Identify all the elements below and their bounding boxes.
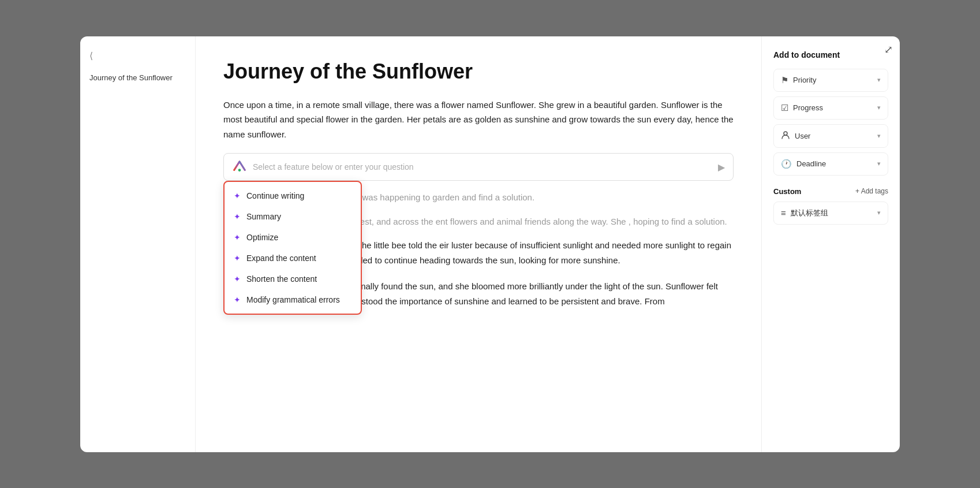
deadline-label: Deadline [796, 159, 826, 168]
tag-group-row[interactable]: ≡ 默认标签组 ▾ [773, 202, 888, 225]
sparkle-icon-optimize: ✦ [234, 233, 241, 242]
priority-property-row[interactable]: ⚑ Priority ▾ [773, 69, 888, 92]
modal-overlay: ⤢ ⟨ Journey of the Sunflower Journey of … [0, 0, 980, 488]
ai-dropdown-menu: ✦ Continue writing ✦ Summary ✦ Optimize … [223, 181, 362, 315]
paragraph-1: Once upon a time, in a remote small vill… [223, 98, 734, 142]
progress-property-row[interactable]: ☑ Progress ▾ [773, 96, 888, 120]
continue-writing-label: Continue writing [246, 191, 304, 200]
ai-dropdown-item-optimize[interactable]: ✦ Optimize [225, 227, 361, 248]
custom-header: Custom + Add tags [773, 187, 888, 196]
priority-chevron-icon: ▾ [877, 76, 881, 84]
ai-dropdown-item-expand[interactable]: ✦ Expand the content [225, 248, 361, 269]
sidebar: ⟨ Journey of the Sunflower [80, 36, 196, 452]
ai-send-button[interactable]: ▶ [718, 162, 725, 173]
sparkle-icon-expand: ✦ [234, 254, 241, 263]
shorten-label: Shorten the content [246, 274, 317, 284]
progress-chevron-icon: ▾ [877, 104, 881, 111]
deadline-chevron-icon: ▾ [877, 160, 881, 167]
deadline-icon: 🕐 [781, 159, 792, 169]
ai-dropdown-item-continue-writing[interactable]: ✦ Continue writing [225, 185, 361, 206]
tag-group-left: ≡ 默认标签组 [781, 208, 828, 218]
ai-dropdown-item-modify-grammar[interactable]: ✦ Modify grammatical errors [225, 289, 361, 310]
user-property-row[interactable]: User ▾ [773, 124, 888, 148]
sparkle-icon-grammar: ✦ [234, 295, 241, 304]
add-tags-button[interactable]: + Add tags [855, 187, 888, 195]
user-property-left: User [781, 131, 810, 141]
tag-group-chevron-icon: ▾ [877, 209, 881, 217]
ai-dropdown-item-shorten[interactable]: ✦ Shorten the content [225, 269, 361, 289]
priority-icon: ⚑ [781, 75, 788, 85]
add-to-document-title: Add to document [773, 50, 888, 59]
priority-label: Priority [793, 76, 816, 84]
tag-group-label: 默认标签组 [791, 208, 828, 218]
deadline-property-row[interactable]: 🕐 Deadline ▾ [773, 152, 888, 176]
deadline-property-left: 🕐 Deadline [781, 159, 826, 169]
ai-logo-icon [232, 159, 247, 174]
grammar-label: Modify grammatical errors [246, 295, 340, 304]
custom-section: Custom + Add tags ≡ 默认标签组 ▾ [773, 187, 888, 225]
user-chevron-icon: ▾ [877, 132, 881, 140]
ai-input-placeholder: Select a feature below or enter your que… [253, 162, 718, 172]
main-content: Journey of the Sunflower Once upon a tim… [196, 36, 761, 452]
sparkle-icon-shorten: ✦ [234, 274, 241, 284]
svg-point-0 [238, 169, 241, 172]
user-label: User [795, 132, 810, 140]
svg-point-1 [784, 132, 787, 135]
sparkle-icon-summary: ✦ [234, 212, 241, 221]
collapse-sidebar-button[interactable]: ⟨ [89, 50, 93, 61]
progress-icon: ☑ [781, 103, 788, 113]
modal: ⤢ ⟨ Journey of the Sunflower Journey of … [80, 36, 900, 452]
custom-label: Custom [773, 187, 801, 196]
ai-dropdown-item-summary[interactable]: ✦ Summary [225, 206, 361, 227]
progress-property-left: ☑ Progress [781, 103, 823, 113]
ai-input-bar[interactable]: Select a feature below or enter your que… [223, 153, 734, 181]
user-icon [781, 131, 790, 141]
sparkle-icon-continue: ✦ [234, 191, 241, 200]
expand-label: Expand the content [246, 254, 316, 263]
summary-label: Summary [246, 212, 281, 221]
sidebar-doc-title[interactable]: Journey of the Sunflower [89, 73, 186, 83]
progress-label: Progress [793, 103, 823, 112]
tag-group-icon: ≡ [781, 208, 786, 218]
document-title: Journey of the Sunflower [223, 59, 734, 84]
expand-button[interactable]: ⤢ [884, 43, 893, 56]
right-panel: Add to document ⚑ Priority ▾ ☑ Progress … [761, 36, 900, 452]
optimize-label: Optimize [246, 233, 278, 242]
priority-property-left: ⚑ Priority [781, 75, 816, 85]
